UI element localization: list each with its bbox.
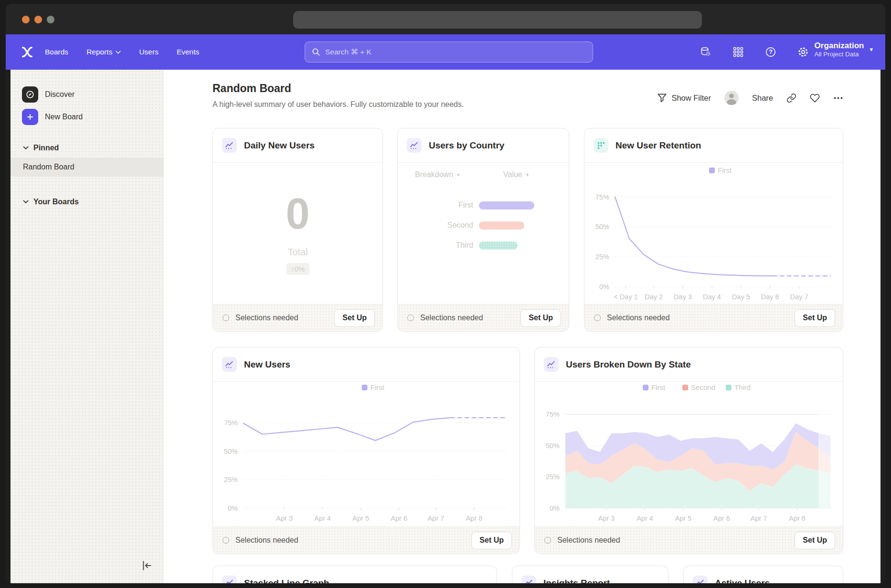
card-active-users: Active Users [683, 566, 843, 583]
card-footer: Selections needed Set Up [535, 526, 843, 554]
window-close-button[interactable] [22, 16, 30, 23]
search-input[interactable] [325, 48, 586, 56]
sidebar-item-new-board[interactable]: New Board [11, 108, 164, 126]
org-name: Organization [815, 41, 864, 51]
data-management-icon[interactable] [700, 46, 711, 58]
nav-items: Boards Reports Users Events [45, 34, 199, 70]
funnel-icon [657, 93, 667, 103]
chevron-down-icon: ▾ [526, 172, 529, 178]
svg-text:Apr 7: Apr 7 [751, 514, 767, 522]
line-chart-icon [222, 138, 237, 153]
address-bar[interactable] [293, 11, 702, 29]
svg-text:Second: Second [691, 383, 715, 391]
card-daily-new-users: Daily New Users 0 Total ↑0% Selections n… [212, 128, 383, 332]
more-options-icon[interactable] [833, 93, 843, 103]
sidebar: Discover New Board Pinned Random Board [11, 70, 164, 583]
nav-item-label: Boards [45, 48, 68, 56]
search-bar[interactable] [305, 42, 593, 63]
board-actions: Show Filter Share [657, 91, 843, 105]
svg-text:First: First [718, 166, 732, 174]
help-icon[interactable]: ? [765, 46, 776, 58]
value-dropdown[interactable]: Value▾ [503, 170, 529, 179]
nav-item-users[interactable]: Users [139, 48, 158, 56]
sidebar-item-random-board[interactable]: Random Board [11, 158, 164, 177]
sidebar-item-label: Discover [45, 90, 74, 99]
avatar[interactable] [724, 91, 739, 105]
nav-item-reports[interactable]: Reports [86, 48, 121, 56]
nav-item-label: Users [139, 48, 158, 56]
favorite-heart-icon[interactable] [810, 93, 820, 103]
page-subtitle: A high-level summary of user behaviors. … [212, 100, 464, 109]
svg-text:First: First [371, 383, 385, 391]
line-chart-icon [544, 357, 559, 372]
status-text: Selections needed [420, 314, 483, 322]
row-label: First [398, 201, 473, 210]
show-filter-label: Show Filter [671, 94, 711, 103]
svg-text:75%: 75% [546, 410, 560, 418]
card-new-user-retention: New User Retention First75%50%25%0%< Day… [584, 128, 843, 332]
svg-text:Day 7: Day 7 [790, 293, 808, 301]
card-header: New Users [213, 347, 520, 382]
row-label: Third [398, 241, 473, 250]
org-project: All Project Data [815, 51, 864, 58]
sidebar-item-discover[interactable]: Discover [11, 85, 164, 104]
value-bar [479, 242, 518, 250]
breakdown-dropdown[interactable]: Breakdown▾ [415, 170, 460, 179]
org-switcher[interactable]: Organization All Project Data ▾ [815, 41, 873, 58]
nav-item-events[interactable]: Events [177, 48, 199, 56]
svg-text:Day 3: Day 3 [674, 293, 692, 301]
status: Selections needed [594, 314, 670, 322]
card-footer: Selections needed Set Up [398, 304, 569, 331]
mixpanel-logo-icon[interactable] [20, 45, 34, 59]
card-header: Stacked Line Graph [213, 566, 497, 583]
card-footer: Selections needed Set Up [213, 304, 382, 331]
svg-text:Apr 3: Apr 3 [276, 514, 293, 522]
set-up-button[interactable]: Set Up [471, 532, 512, 549]
app-window: Boards Reports Users Events [6, 4, 885, 583]
card-title: Users by Country [429, 140, 504, 151]
radio-circle-icon [594, 315, 601, 321]
card-insights-report: Insights Report [512, 566, 668, 583]
chevron-down-icon: ▾ [870, 46, 873, 53]
metric-delta-badge: ↑0% [286, 263, 309, 275]
nav-icon-group: ? [700, 34, 809, 70]
dropdown-label: Value [503, 170, 522, 179]
radio-circle-icon [223, 315, 229, 321]
svg-text:Apr 8: Apr 8 [466, 514, 483, 522]
window-zoom-button[interactable] [47, 16, 54, 23]
set-up-button[interactable]: Set Up [520, 309, 561, 327]
line-chart-icon [693, 576, 708, 583]
card-users-broken-down-by-state: Users Broken Down By State FirstSecondTh… [534, 347, 843, 554]
show-filter-button[interactable]: Show Filter [657, 93, 711, 103]
svg-text:Apr 4: Apr 4 [314, 514, 331, 522]
users-by-state-chart: FirstSecondThird75%50%25%0%Apr 3Apr 4Apr… [539, 381, 840, 525]
card-header: Users Broken Down By State [535, 347, 843, 382]
card-footer: Selections needed Set Up [584, 304, 843, 331]
svg-text:50%: 50% [595, 223, 609, 231]
share-button[interactable]: Share [752, 94, 773, 103]
svg-text:75%: 75% [595, 193, 609, 201]
nav-item-boards[interactable]: Boards [45, 48, 68, 56]
settings-gear-icon[interactable] [797, 46, 809, 58]
svg-text:25%: 25% [546, 473, 560, 481]
set-up-button[interactable]: Set Up [795, 532, 835, 549]
window-minimize-button[interactable] [34, 16, 42, 23]
card-title: Active Users [715, 578, 770, 584]
sidebar-group-pinned[interactable]: Pinned [11, 141, 164, 155]
set-up-button[interactable]: Set Up [795, 309, 835, 327]
card-title: New User Retention [615, 140, 701, 151]
window-titlebar [6, 4, 885, 34]
link-icon[interactable] [786, 93, 796, 103]
plus-icon [22, 109, 38, 125]
retention-chart: First75%50%25%0%< Day 1Day 2Day 3Day 4Da… [588, 164, 840, 304]
set-up-button[interactable]: Set Up [334, 309, 375, 327]
status: Selections needed [223, 314, 298, 322]
svg-text:Apr 3: Apr 3 [598, 514, 615, 522]
apps-grid-icon[interactable] [732, 46, 744, 58]
status-text: Selections needed [557, 536, 620, 545]
sidebar-group-your-boards[interactable]: Your Boards [11, 195, 164, 209]
country-row: Third [398, 235, 569, 255]
collapse-sidebar-icon[interactable] [141, 559, 153, 572]
card-header: Users by Country [398, 128, 569, 163]
page-title: Random Board [212, 82, 291, 95]
